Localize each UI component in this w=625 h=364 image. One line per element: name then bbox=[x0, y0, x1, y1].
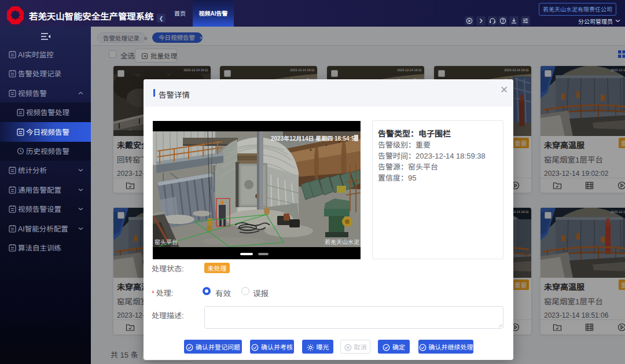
svg-text:2023年12月14日 星期四 18:54:5: 2023年12月14日 星期四 18:54:5 bbox=[271, 134, 355, 142]
svg-text:窑头平台: 窑头平台 bbox=[155, 237, 178, 246]
svg-text:若羌天山水泥: 若羌天山水泥 bbox=[325, 237, 359, 246]
